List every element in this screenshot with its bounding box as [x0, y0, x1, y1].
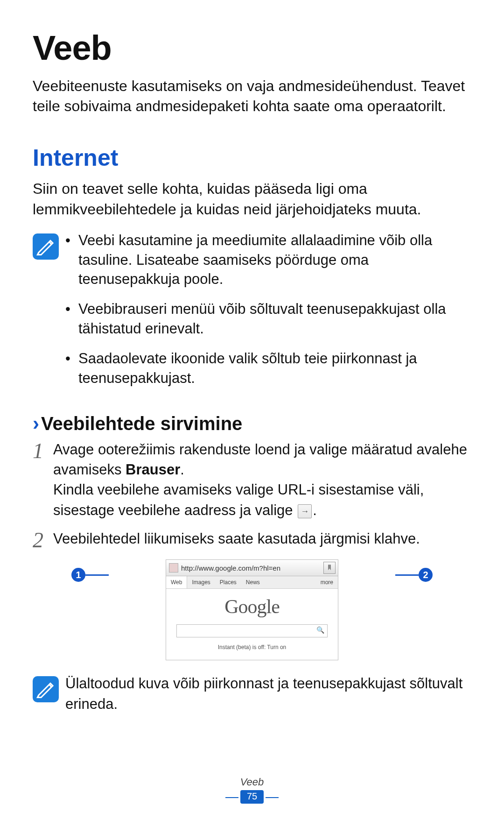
section-heading-internet: Internet — [33, 144, 471, 171]
callout-circle: 2 — [419, 568, 433, 582]
footer-section-label: Veeb — [0, 776, 504, 788]
browser-body: Google Instant (beta) is off: Turn on — [166, 589, 338, 660]
step-body: Avage ooterežiimis rakenduste loend ja v… — [53, 439, 471, 521]
manual-page: Veeb Veebiteenuste kasutamiseks on vaja … — [0, 0, 504, 827]
callout-line — [395, 574, 419, 576]
step-text: Avage ooterežiimis rakenduste loend ja v… — [53, 441, 467, 478]
step-2: 2 Veebilehtedel liikumiseks saate kasuta… — [33, 529, 471, 551]
note-icon — [33, 233, 59, 260]
step-text: . — [313, 502, 317, 518]
step-text: Veebilehtedel liikumiseks saate kasutada… — [53, 530, 420, 547]
note-item: Veebi kasutamine ja meediumite allalaadi… — [65, 231, 471, 290]
note-icon — [33, 676, 59, 702]
google-logo: Google — [173, 595, 331, 618]
step-1: 1 Avage ooterežiimis rakenduste loend ja… — [33, 439, 471, 521]
browser-mock: http://www.google.com/m?hl=en Web Images… — [166, 559, 338, 660]
callout-line — [85, 574, 109, 576]
subheading-text: Veebilehtede sirvimine — [41, 413, 242, 434]
page-title: Veeb — [33, 28, 471, 68]
bookmark-icon — [323, 562, 336, 574]
step-number: 2 — [33, 530, 53, 551]
favicon-icon — [169, 563, 178, 573]
note-item: Veebibrauseri menüü võib sõltuvalt teenu… — [65, 299, 471, 339]
url-bar: http://www.google.com/m?hl=en — [166, 560, 338, 576]
note-box: Veebi kasutamine ja meediumite allalaadi… — [33, 231, 471, 398]
page-number-badge: 75 — [240, 790, 264, 804]
bottom-note-text: Ülaltoodud kuva võib piirkonnast ja teen… — [65, 673, 471, 714]
url-text: http://www.google.com/m?hl=en — [181, 564, 321, 572]
step-bold: Brauser — [126, 461, 180, 478]
tab-web: Web — [166, 576, 187, 588]
intro-text: Veebiteenuste kasutamiseks on vaja andme… — [33, 76, 471, 116]
note-item: Saadaolevate ikoonide valik sõltub teie … — [65, 349, 471, 388]
tab-places: Places — [215, 576, 241, 588]
chevron-icon: › — [33, 412, 39, 434]
subheading: ›Veebilehtede sirvimine — [33, 412, 471, 435]
step-body: Veebilehtedel liikumiseks saate kasutada… — [53, 529, 420, 549]
search-box — [176, 624, 328, 637]
step-number: 1 — [33, 440, 53, 462]
browser-mock-wrapper: 1 http://www.google.com/m?hl=en Web Imag… — [110, 559, 394, 660]
callout-1: 1 — [71, 568, 109, 582]
go-arrow-icon — [298, 504, 312, 518]
step-text: . — [180, 461, 184, 478]
step-text: Kindla veebilehe avamiseks valige URL-i … — [53, 481, 424, 518]
browser-tabs: Web Images Places News more — [166, 576, 338, 589]
tab-more: more — [316, 576, 338, 588]
bottom-note-box: Ülaltoodud kuva võib piirkonnast ja teen… — [33, 673, 471, 714]
note-list: Veebi kasutamine ja meediumite allalaadi… — [65, 231, 471, 398]
instant-text: Instant (beta) is off: Turn on — [173, 644, 331, 650]
page-footer: Veeb 75 — [0, 776, 504, 804]
callout-circle: 1 — [71, 568, 85, 582]
section-intro: Siin on teavet selle kohta, kuidas pääse… — [33, 179, 471, 219]
tab-images: Images — [187, 576, 215, 588]
callout-2: 2 — [395, 568, 433, 582]
tab-news: News — [241, 576, 265, 588]
